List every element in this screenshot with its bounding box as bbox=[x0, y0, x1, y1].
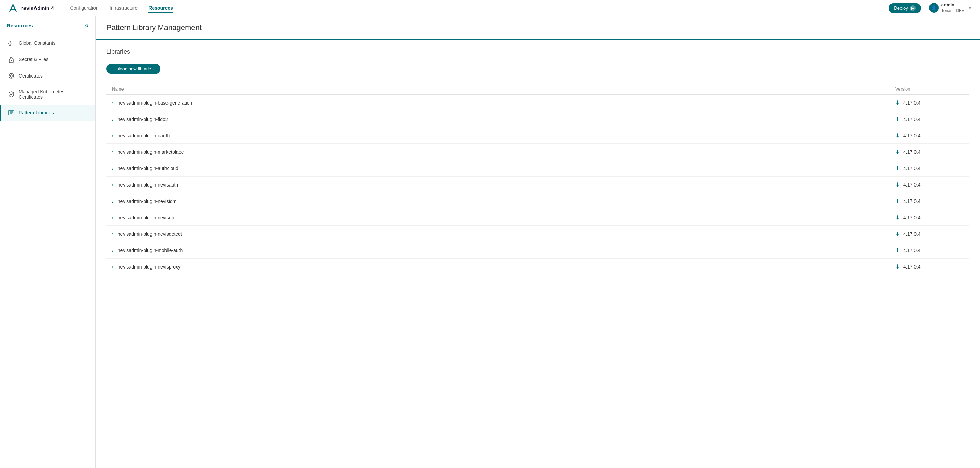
row-version-area: ⬇ 4.17.0.4 bbox=[896, 165, 964, 171]
download-icon[interactable]: ⬇ bbox=[896, 149, 900, 155]
gear-shield-icon bbox=[8, 72, 15, 79]
download-icon[interactable]: ⬇ bbox=[896, 247, 900, 254]
row-version: 4.17.0.4 bbox=[903, 231, 921, 237]
row-version: 4.17.0.4 bbox=[903, 117, 921, 122]
sidebar-item-managed-k8s-certs[interactable]: Managed Kubernetes Certificates bbox=[0, 84, 95, 105]
row-version-area: ⬇ 4.17.0.4 bbox=[896, 99, 964, 106]
sidebar-item-pattern-libraries[interactable]: Pattern Libraries bbox=[0, 105, 95, 121]
row-name: nevisadmin-plugin-base-generation bbox=[118, 100, 896, 105]
list-icon bbox=[8, 109, 15, 116]
row-expander-icon: › bbox=[112, 149, 114, 155]
row-expander-icon: › bbox=[112, 166, 114, 171]
column-name-header: Name bbox=[112, 86, 896, 91]
row-version-area: ⬇ 4.17.0.4 bbox=[896, 116, 964, 122]
sidebar-item-label-certificates: Certificates bbox=[19, 73, 43, 78]
row-name: nevisadmin-plugin-nevisauth bbox=[118, 182, 896, 187]
sidebar-header: Resources « bbox=[0, 16, 95, 35]
table-row[interactable]: › nevisadmin-plugin-mobile-auth ⬇ 4.17.0… bbox=[107, 242, 969, 259]
user-area[interactable]: 👤 admin Tenant: DEV ▼ bbox=[929, 2, 972, 13]
upload-libraries-button[interactable]: Upload new libraries bbox=[107, 64, 161, 74]
row-name: nevisadmin-plugin-nevisdp bbox=[118, 215, 896, 220]
download-icon[interactable]: ⬇ bbox=[896, 99, 900, 106]
row-expander-icon: › bbox=[112, 117, 114, 122]
row-version: 4.17.0.4 bbox=[903, 198, 921, 204]
row-version: 4.17.0.4 bbox=[903, 182, 921, 187]
nevis-logo-icon bbox=[8, 3, 18, 13]
table-row[interactable]: › nevisadmin-plugin-nevisauth ⬇ 4.17.0.4 bbox=[107, 177, 969, 193]
row-version: 4.17.0.4 bbox=[903, 133, 921, 138]
sidebar: Resources « {} Global Constants Secret &… bbox=[0, 16, 95, 468]
table-row[interactable]: › nevisadmin-plugin-marketplace ⬇ 4.17.0… bbox=[107, 144, 969, 160]
sidebar-collapse-button[interactable]: « bbox=[85, 22, 88, 29]
table-row[interactable]: › nevisadmin-plugin-nevisidm ⬇ 4.17.0.4 bbox=[107, 193, 969, 209]
deploy-label: Deploy bbox=[894, 5, 908, 11]
row-version-area: ⬇ 4.17.0.4 bbox=[896, 231, 964, 237]
download-icon[interactable]: ⬇ bbox=[896, 181, 900, 188]
user-info: admin Tenant: DEV bbox=[942, 2, 964, 13]
nav-links: Configuration Infrastructure Resources bbox=[70, 4, 889, 13]
table-row[interactable]: › nevisadmin-plugin-authcloud ⬇ 4.17.0.4 bbox=[107, 160, 969, 177]
svg-text:{}: {} bbox=[8, 40, 11, 46]
table-row[interactable]: › nevisadmin-plugin-nevisdetect ⬇ 4.17.0… bbox=[107, 226, 969, 242]
download-icon[interactable]: ⬇ bbox=[896, 116, 900, 122]
row-expander-icon: › bbox=[112, 215, 114, 220]
libraries-section: Libraries Upload new libraries Name Vers… bbox=[95, 40, 980, 283]
row-version-area: ⬇ 4.17.0.4 bbox=[896, 214, 964, 221]
row-version: 4.17.0.4 bbox=[903, 215, 921, 220]
table-row[interactable]: › nevisadmin-plugin-nevisproxy ⬇ 4.17.0.… bbox=[107, 259, 969, 275]
section-title: Libraries bbox=[107, 48, 969, 55]
deploy-button[interactable]: Deploy ▶ bbox=[889, 3, 921, 13]
row-expander-icon: › bbox=[112, 182, 114, 187]
row-name: nevisadmin-plugin-authcloud bbox=[118, 166, 896, 171]
download-icon[interactable]: ⬇ bbox=[896, 165, 900, 171]
braces-icon: {} bbox=[8, 40, 15, 46]
download-icon[interactable]: ⬇ bbox=[896, 264, 900, 270]
page-title: Pattern Library Management bbox=[107, 23, 969, 32]
table-row[interactable]: › nevisadmin-plugin-base-generation ⬇ 4.… bbox=[107, 94, 969, 111]
row-version: 4.17.0.4 bbox=[903, 166, 921, 171]
sidebar-item-secret-files[interactable]: Secret & Files bbox=[0, 51, 95, 68]
row-version-area: ⬇ 4.17.0.4 bbox=[896, 132, 964, 139]
column-version-header: Version bbox=[896, 86, 964, 91]
sidebar-item-label-managed-k8s-certs: Managed Kubernetes Certificates bbox=[19, 89, 88, 100]
row-version: 4.17.0.4 bbox=[903, 264, 921, 270]
user-avatar: 👤 bbox=[929, 3, 939, 13]
row-name: nevisadmin-plugin-mobile-auth bbox=[118, 248, 896, 253]
download-icon[interactable]: ⬇ bbox=[896, 231, 900, 237]
sidebar-item-global-constants[interactable]: {} Global Constants bbox=[0, 35, 95, 51]
logo-area[interactable]: nevisAdmin 4 bbox=[8, 3, 54, 13]
row-expander-icon: › bbox=[112, 198, 114, 204]
libraries-table: Name Version › nevisadmin-plugin-base-ge… bbox=[107, 84, 969, 275]
app-name: nevisAdmin 4 bbox=[21, 5, 54, 11]
row-expander-icon: › bbox=[112, 264, 114, 270]
table-row[interactable]: › nevisadmin-plugin-nevisdp ⬇ 4.17.0.4 bbox=[107, 209, 969, 226]
row-expander-icon: › bbox=[112, 100, 114, 105]
download-icon[interactable]: ⬇ bbox=[896, 214, 900, 221]
sidebar-item-certificates[interactable]: Certificates bbox=[0, 68, 95, 84]
sidebar-item-label-pattern-libraries: Pattern Libraries bbox=[19, 110, 54, 115]
user-name: admin bbox=[942, 2, 964, 8]
library-rows: › nevisadmin-plugin-base-generation ⬇ 4.… bbox=[107, 94, 969, 275]
row-version-area: ⬇ 4.17.0.4 bbox=[896, 264, 964, 270]
row-version-area: ⬇ 4.17.0.4 bbox=[896, 247, 964, 254]
table-row[interactable]: › nevisadmin-plugin-fido2 ⬇ 4.17.0.4 bbox=[107, 111, 969, 128]
deploy-play-icon: ▶ bbox=[910, 5, 915, 11]
row-name: nevisadmin-plugin-marketplace bbox=[118, 149, 896, 155]
table-header: Name Version bbox=[107, 84, 969, 94]
user-menu-chevron-icon: ▼ bbox=[969, 6, 972, 10]
user-tenant: Tenant: DEV bbox=[942, 8, 964, 14]
content-area: Pattern Library Management Libraries Upl… bbox=[95, 16, 980, 468]
main-layout: Resources « {} Global Constants Secret &… bbox=[0, 16, 980, 468]
row-version: 4.17.0.4 bbox=[903, 149, 921, 155]
nav-configuration[interactable]: Configuration bbox=[70, 4, 99, 13]
shield-check-icon bbox=[8, 91, 15, 98]
nav-infrastructure[interactable]: Infrastructure bbox=[110, 4, 137, 13]
sidebar-item-label-secret-files: Secret & Files bbox=[19, 57, 48, 62]
download-icon[interactable]: ⬇ bbox=[896, 132, 900, 139]
nav-resources[interactable]: Resources bbox=[148, 4, 173, 13]
table-row[interactable]: › nevisadmin-plugin-oauth ⬇ 4.17.0.4 bbox=[107, 128, 969, 144]
row-expander-icon: › bbox=[112, 231, 114, 237]
svg-point-2 bbox=[11, 61, 12, 61]
download-icon[interactable]: ⬇ bbox=[896, 198, 900, 204]
row-name: nevisadmin-plugin-oauth bbox=[118, 133, 896, 138]
